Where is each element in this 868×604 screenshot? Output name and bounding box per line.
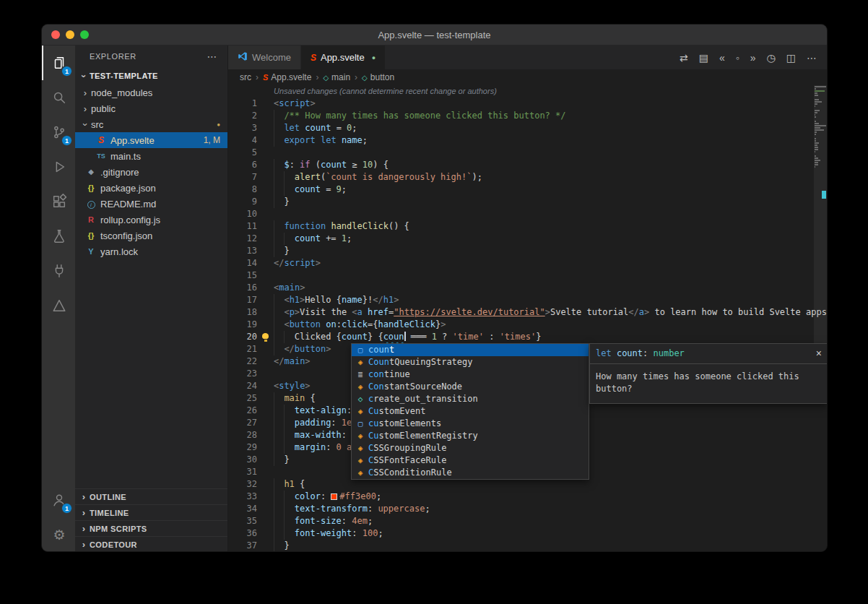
file-label: main.ts <box>110 151 141 162</box>
token: let <box>284 123 305 133</box>
activity-run-debug[interactable] <box>42 150 75 184</box>
suggestion-cssconditionrule[interactable]: ◈CSSConditionRule <box>352 467 589 479</box>
indent-guide <box>274 134 284 147</box>
breadcrumb-label: src <box>240 72 251 82</box>
section-timeline[interactable]: ›TIMELINE <box>75 504 227 520</box>
breadcrumb-button[interactable]: ◇button <box>362 72 394 82</box>
lightbulb-icon[interactable] <box>262 333 269 339</box>
activity-settings[interactable]: ⚙ <box>42 517 75 552</box>
tree-item-gitignore[interactable]: ◆.gitignore <box>75 164 227 180</box>
close-window-button[interactable] <box>51 30 60 39</box>
code-line: 34text-transform: uppercase; <box>228 503 827 515</box>
token: count <box>342 332 368 342</box>
tab-app-svelte[interactable]: SApp.svelte● <box>301 46 386 69</box>
activity-explorer[interactable]: 1 <box>42 46 75 80</box>
token: padding <box>295 418 331 428</box>
minimize-window-button[interactable] <box>66 30 74 39</box>
code-editor[interactable]: Unsaved changes (cannot determine recent… <box>228 85 827 552</box>
tree-item-yarn-lock[interactable]: Yyarn.lock <box>75 243 227 259</box>
breadcrumb-main[interactable]: ◇main <box>323 72 350 82</box>
codetour-prev-icon[interactable]: « <box>719 52 725 64</box>
file-label: yarn.lock <box>100 246 138 257</box>
token: h1 <box>284 479 294 489</box>
glyph-margin <box>257 417 274 429</box>
code-text: <main> <box>274 282 827 294</box>
activity-bar: 11 1⚙ <box>42 46 75 552</box>
azure-icon <box>51 298 67 314</box>
minimap-line <box>815 112 817 113</box>
code-line: 14</script> <box>228 257 827 269</box>
breadcrumb-app-svelte[interactable]: SApp.svelte <box>263 72 311 82</box>
token: name <box>342 295 363 305</box>
token: </ <box>274 356 284 366</box>
token: style <box>279 381 305 391</box>
suggestion-countqueuingstrategy[interactable]: ◈CountQueuingStrategy <box>352 356 589 368</box>
more-actions-icon[interactable]: ⋯ <box>807 52 817 64</box>
tree-item-tsconfig-json[interactable]: {}tsconfig.json <box>75 228 227 243</box>
glyph-margin <box>257 196 274 208</box>
activity-search[interactable] <box>42 80 75 115</box>
suggestion-cssgroupingrule[interactable]: ◈CSSGroupingRule <box>352 442 589 454</box>
chevron-right-icon: › <box>78 491 90 502</box>
suggestion-constantsourcenode[interactable]: ◈ConstantSourceNode <box>352 381 589 393</box>
activity-source-control[interactable]: 1 <box>42 115 75 150</box>
split-editor-icon[interactable]: ◫ <box>786 52 796 64</box>
indent-guide <box>284 429 294 441</box>
svelte-icon: S <box>311 53 316 63</box>
indent-guide <box>274 527 284 540</box>
indent-guide <box>284 171 294 184</box>
suggestion-create-out-transition[interactable]: ◇create_out_transition <box>352 393 589 405</box>
breadcrumb-separator: › <box>256 72 259 82</box>
code-line: 4export let name; <box>228 134 827 147</box>
gitlens-compare-icon[interactable]: ⇄ <box>680 52 688 64</box>
more-actions-icon[interactable]: ⋯ <box>207 51 217 62</box>
tree-item-main-ts[interactable]: TSmain.ts <box>75 148 227 164</box>
indent-guide <box>274 454 284 466</box>
codetour-record-icon[interactable]: ◦ <box>736 52 739 64</box>
token: handleClick <box>331 221 388 231</box>
timer-icon[interactable]: ◷ <box>767 52 776 64</box>
tree-item-node-modules[interactable]: ›node_modules <box>75 85 227 100</box>
code-text <box>274 269 827 282</box>
token: ; <box>376 491 381 501</box>
chevron-right-icon: › <box>79 103 91 114</box>
tree-item-src[interactable]: ›src● <box>75 116 227 132</box>
activity-azure[interactable] <box>42 288 75 323</box>
minimap-line <box>815 121 816 122</box>
chevron-right-icon: › <box>79 87 91 98</box>
suggestion-continue[interactable]: ≣continue <box>352 368 589 381</box>
glyph-margin <box>257 98 274 110</box>
zoom-window-button[interactable] <box>80 30 89 39</box>
token: main <box>284 356 305 366</box>
tree-item-rollup-config-js[interactable]: Rrollup.config.js <box>75 212 227 228</box>
tree-item-public[interactable]: ›public <box>75 100 227 116</box>
tree-item-readme-md[interactable]: iREADME.md <box>75 196 227 212</box>
suggestion-cssfontfacerule[interactable]: ◈CSSFontFaceRule <box>352 454 589 467</box>
activity-extensions[interactable] <box>42 184 75 219</box>
glyph-margin <box>257 355 274 368</box>
close-icon[interactable]: × <box>816 348 822 360</box>
tree-item-package-json[interactable]: {}package.json <box>75 180 227 196</box>
suggestion-customevent[interactable]: ◈CustomEvent <box>352 405 589 418</box>
activity-accounts[interactable]: 1 <box>42 483 75 517</box>
codetour-next-icon[interactable]: » <box>750 52 756 64</box>
tree-item-app-svelte[interactable]: SApp.svelte1, M <box>75 132 227 148</box>
project-root-header[interactable]: › TEST-TEMPLATE <box>75 67 227 85</box>
section-codetour[interactable]: ›CODETOUR <box>75 536 227 552</box>
tab-welcome[interactable]: Welcome <box>228 46 301 69</box>
section-npm-scripts[interactable]: ›NPM SCRIPTS <box>75 520 227 536</box>
section-outline[interactable]: ›OUTLINE <box>75 488 227 504</box>
suggestion-count[interactable]: ▢count <box>352 344 589 356</box>
indent-guide <box>284 405 294 417</box>
open-preview-icon[interactable]: ▤ <box>699 52 708 64</box>
activity-remote[interactable] <box>42 254 75 288</box>
activity-testing[interactable] <box>42 219 75 254</box>
breadcrumb-src[interactable]: src <box>240 72 251 82</box>
indent-guide <box>284 515 294 527</box>
section-label: CODETOUR <box>90 540 137 549</box>
code-line: 37} <box>228 540 827 552</box>
minimap[interactable] <box>814 85 827 552</box>
suggestion-customelementregistry[interactable]: ◈CustomElementRegistry <box>352 430 589 442</box>
section-label: TIMELINE <box>90 509 129 517</box>
suggestion-customelements[interactable]: ▢customElements <box>352 418 589 430</box>
